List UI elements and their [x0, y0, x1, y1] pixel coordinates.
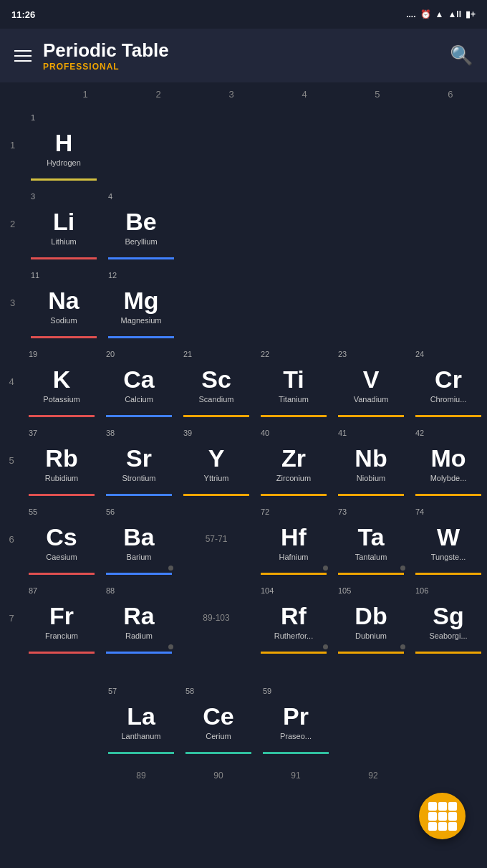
network-icon: ▲ll	[448, 9, 461, 19]
element-Zr[interactable]: 40 Zr Zirconium	[255, 424, 332, 496]
column-headers: 1 2 3 4 5 6	[0, 82, 487, 105]
element-Ca[interactable]: 20 Ca Calcium	[100, 345, 178, 417]
element-Pr[interactable]: 59 Pr Praseo...	[257, 682, 334, 754]
alarm-icon: ⏰	[420, 9, 431, 19]
signal-icon: ....	[406, 9, 415, 19]
lanthanide-row: 57 La Lanthanum 58 Ce Cerium 59 Pr Prase…	[0, 679, 487, 758]
pt-row-5: 5 37 Rb Rubidium 38 Sr Strontium 39 Y Yt…	[0, 421, 487, 500]
element-Mg[interactable]: 12 Mg Magnesium	[102, 267, 180, 338]
col-header-3: 3	[195, 89, 268, 100]
element-La[interactable]: 57 La Lanthanum	[102, 682, 180, 754]
pt-row-2: 2 3 Li Lithium 4 Be Beryllium	[0, 184, 487, 263]
element-Be[interactable]: 4 Be Beryllium	[102, 188, 180, 259]
actinide-gap-label: 89-103	[178, 582, 255, 654]
row-num-2: 2	[0, 219, 25, 229]
element-Rf[interactable]: 104 Rf Rutherfor...	[255, 582, 332, 654]
lanthanide-gap-label: 57-71	[178, 503, 255, 575]
element-Cs[interactable]: 55 Cs Caesium	[23, 503, 100, 575]
element-Rb[interactable]: 37 Rb Rubidium	[23, 424, 100, 496]
app-title: Periodic Table	[43, 39, 169, 62]
element-K[interactable]: 19 K Potassium	[23, 345, 100, 417]
row-num-3: 3	[0, 297, 25, 308]
element-Ta[interactable]: 73 Ta Tantalum	[332, 503, 410, 575]
row-num-1: 1	[0, 140, 25, 151]
element-V[interactable]: 23 V Vanadium	[332, 345, 410, 417]
status-time: 11:26	[11, 9, 35, 20]
status-bar: 11:26 .... ⏰ ▲ ▲ll ▮+	[0, 0, 487, 29]
pt-row-1: 1 1 H Hydrogen	[0, 105, 487, 184]
element-Ti[interactable]: 22 Ti Titanium	[255, 345, 332, 417]
element-Sg[interactable]: 106 Sg Seaborgi...	[410, 582, 487, 654]
app-subtitle: PROFESSIONAL	[43, 62, 169, 72]
battery-icon: ▮+	[466, 9, 476, 19]
actinide-row: 89 90 91 92	[0, 758, 487, 793]
element-Nb[interactable]: 41 Nb Niobium	[332, 424, 410, 496]
wifi-icon: ▲	[435, 9, 444, 19]
col-header-2: 2	[122, 89, 195, 100]
pt-row-3: 3 11 Na Sodium 12 Mg Magnesium	[0, 263, 487, 342]
pt-row-6: 6 55 Cs Caesium 56 Ba Barium 57-71 72 Hf…	[0, 500, 487, 578]
periodic-table-area: 1 2 3 4 5 6 1 1 H Hydrogen 2 3 Li Lithiu…	[0, 82, 487, 793]
element-Db[interactable]: 105 Db Dubnium	[332, 582, 410, 654]
row-num-5: 5	[0, 455, 23, 466]
status-icons: .... ⏰ ▲ ▲ll ▮+	[406, 9, 476, 19]
col-header-1: 1	[49, 89, 122, 100]
element-Li[interactable]: 3 Li Lithium	[25, 188, 102, 259]
element-Hf[interactable]: 72 Hf Hafnium	[255, 503, 332, 575]
element-Sr[interactable]: 38 Sr Strontium	[100, 424, 178, 496]
element-Y[interactable]: 39 Y Yttrium	[178, 424, 255, 496]
fab-button[interactable]	[419, 793, 466, 839]
pt-row-4: 4 19 K Potassium 20 Ca Calcium 21 Sc Sca…	[0, 342, 487, 421]
search-button[interactable]: 🔍	[450, 44, 473, 67]
element-H[interactable]: 1 H Hydrogen	[25, 109, 102, 181]
menu-button[interactable]	[14, 50, 32, 62]
element-Cr[interactable]: 24 Cr Chromiu...	[410, 345, 487, 417]
element-Na[interactable]: 11 Na Sodium	[25, 267, 102, 338]
pt-row-7: 7 87 Fr Francium 88 Ra Radium 89-103 104…	[0, 578, 487, 657]
element-Fr[interactable]: 87 Fr Francium	[23, 582, 100, 654]
col-header-4: 4	[268, 89, 341, 100]
col-header-5: 5	[341, 89, 414, 100]
element-Ba[interactable]: 56 Ba Barium	[100, 503, 178, 575]
element-Sc[interactable]: 21 Sc Scandium	[178, 345, 255, 417]
fab-grid-icon	[428, 802, 457, 831]
element-W[interactable]: 74 W Tungste...	[410, 503, 487, 575]
element-Ra[interactable]: 88 Ra Radium	[100, 582, 178, 654]
col-header-6: 6	[414, 89, 487, 100]
row-num-4: 4	[0, 376, 23, 387]
element-Ce[interactable]: 58 Ce Cerium	[180, 682, 257, 754]
app-header: Periodic Table PROFESSIONAL 🔍	[0, 29, 487, 82]
row-num-6: 6	[0, 534, 23, 545]
element-Mo[interactable]: 42 Mo Molybde...	[410, 424, 487, 496]
row-num-7: 7	[0, 613, 23, 624]
